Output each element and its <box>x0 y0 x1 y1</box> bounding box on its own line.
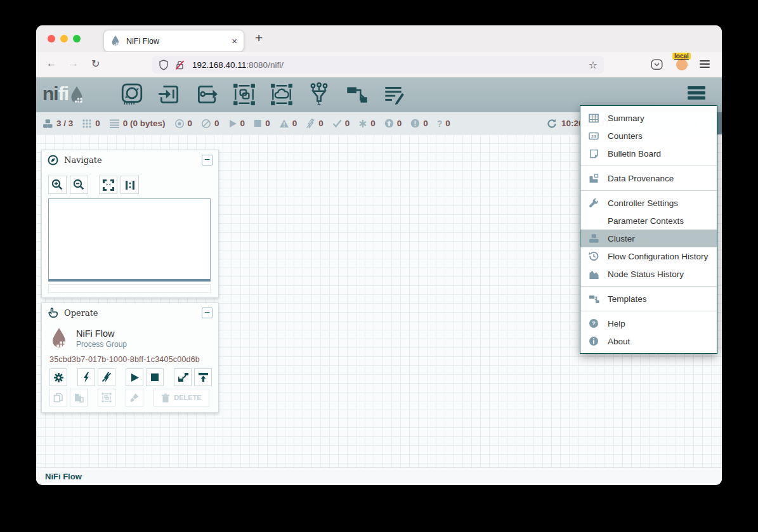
zoom-out-icon <box>73 179 85 191</box>
operate-title: Operate <box>64 308 98 318</box>
navigate-header[interactable]: Navigate − <box>42 150 218 169</box>
global-menu-button[interactable] <box>688 86 705 101</box>
input-port-button[interactable] <box>157 82 181 107</box>
wrench-icon <box>588 198 599 208</box>
input-port-icon <box>157 82 181 107</box>
locally-modified-icon <box>358 119 367 128</box>
processor-button[interactable] <box>120 82 144 107</box>
menu-item-cluster[interactable]: Cluster <box>580 230 717 247</box>
process-group-drop-icon <box>49 327 69 349</box>
navigate-title: Navigate <box>64 155 102 165</box>
processor-icon <box>120 82 144 107</box>
insecure-lock-icon[interactable] <box>174 60 185 70</box>
status-running-count: 0 <box>240 119 245 128</box>
status-transmitting: 0 <box>174 119 193 129</box>
tab-close-icon[interactable]: × <box>232 36 237 46</box>
component-toolbar <box>120 82 406 107</box>
zoom-out-button[interactable] <box>70 176 88 194</box>
container-badge: local <box>672 53 691 60</box>
template-button[interactable] <box>344 82 369 107</box>
stop-button[interactable] <box>146 368 164 386</box>
output-port-button[interactable] <box>195 82 219 107</box>
menu-item-label: Parameter Contexts <box>608 216 684 226</box>
help-icon: ? <box>588 318 599 328</box>
status-active-threads: 0 <box>82 119 100 129</box>
menu-item-controller-settings[interactable]: Controller Settings <box>580 194 717 212</box>
bolt-slash-icon <box>101 372 112 382</box>
reload-button[interactable]: ↻ <box>91 58 100 70</box>
browser-menu-icon[interactable] <box>700 60 710 70</box>
zoom-fit-button[interactable] <box>99 176 117 194</box>
paste-button[interactable] <box>70 389 88 406</box>
breadcrumb[interactable]: NiFi Flow <box>45 472 82 481</box>
copy-button[interactable] <box>49 389 67 406</box>
bookmark-star-icon[interactable]: ☆ <box>589 59 598 71</box>
birdseye-resize-strip[interactable] <box>48 284 211 293</box>
operate-header[interactable]: Operate − <box>42 303 218 322</box>
menu-item-label: About <box>608 337 630 346</box>
menu-item-help[interactable]: ?Help <box>580 315 717 332</box>
new-tab-button[interactable]: + <box>255 30 263 46</box>
disable-button[interactable] <box>98 368 115 386</box>
funnel-button[interactable] <box>307 82 331 107</box>
forward-button[interactable]: → <box>69 58 79 69</box>
fill-color-button[interactable] <box>126 389 143 406</box>
tab-title: NiFi Flow <box>126 37 159 46</box>
menu-item-about[interactable]: About <box>580 332 717 350</box>
status-stopped-count: 0 <box>265 119 270 128</box>
status-running: 0 <box>228 119 245 128</box>
start-button[interactable] <box>126 368 143 386</box>
menu-item-templates[interactable]: Templates <box>580 290 717 308</box>
summary-icon <box>588 114 599 123</box>
zoom-window-button[interactable] <box>73 35 81 42</box>
back-button[interactable]: ← <box>46 58 56 69</box>
zoom-in-button[interactable] <box>48 176 67 194</box>
group-button[interactable] <box>98 389 115 406</box>
upload-template-button[interactable] <box>194 368 212 386</box>
menu-item-bulletin-board[interactable]: Bulletin Board <box>580 145 717 162</box>
process-group-button[interactable] <box>232 82 256 107</box>
selected-component: NiFi Flow Process Group <box>49 327 127 349</box>
menu-item-summary[interactable]: Summary <box>580 109 717 127</box>
shield-icon[interactable] <box>159 60 169 70</box>
zoom-in-icon <box>51 179 63 191</box>
navigate-palette: Navigate − <box>41 150 219 298</box>
pocket-icon[interactable] <box>651 59 663 70</box>
browser-tab[interactable]: NiFi Flow × <box>103 30 244 52</box>
close-window-button[interactable] <box>48 35 55 42</box>
zoom-actual-button[interactable] <box>121 176 139 194</box>
menu-item-data-provenance[interactable]: Data Provenance <box>580 169 717 187</box>
cluster-menu-icon <box>588 233 599 243</box>
remote-process-group-button[interactable] <box>270 82 294 107</box>
minimize-window-button[interactable] <box>60 35 68 42</box>
logo-fi: fi <box>58 83 69 105</box>
collapse-navigate-button[interactable]: − <box>202 155 212 165</box>
birdseye-view[interactable] <box>48 198 211 282</box>
browser-navbar: ← → ↻ 192.168.40.11:8080/nifi/ ☆ local <box>36 52 722 77</box>
menu-item-label: Data Provenance <box>608 174 674 183</box>
menu-item-flow-configuration-history[interactable]: Flow Configuration History <box>580 247 717 265</box>
menu-item-counters[interactable]: 23Counters <box>580 127 717 145</box>
status-connected-nodes-count: 3 / 3 <box>56 119 73 128</box>
status-stale-count: 0 <box>397 119 402 128</box>
output-port-icon <box>195 82 219 107</box>
url-bar[interactable]: 192.168.40.11:8080/nifi/ ☆ <box>152 56 604 74</box>
menu-item-label: Cluster <box>608 234 635 243</box>
delete-button[interactable]: DELETE <box>154 389 209 406</box>
nifi-drop-icon <box>69 86 85 105</box>
menu-item-node-status-history[interactable]: Node Status History <box>580 265 717 283</box>
threads-icon <box>82 119 92 129</box>
refresh-icon[interactable] <box>547 119 557 129</box>
label-button[interactable] <box>382 82 406 107</box>
stale-icon <box>384 119 394 128</box>
save-template-button[interactable] <box>174 368 192 386</box>
flow-name: NiFi Flow <box>76 328 127 339</box>
svg-text:?: ? <box>592 320 596 327</box>
collapse-operate-button[interactable]: − <box>202 308 212 318</box>
profile-avatar[interactable] <box>676 59 688 70</box>
enable-button[interactable] <box>77 368 95 386</box>
navigate-buttons <box>48 176 139 194</box>
menu-item-parameter-contexts[interactable]: Parameter Contexts <box>580 212 717 230</box>
counters-icon: 23 <box>588 131 599 141</box>
configuration-button[interactable] <box>49 368 67 386</box>
